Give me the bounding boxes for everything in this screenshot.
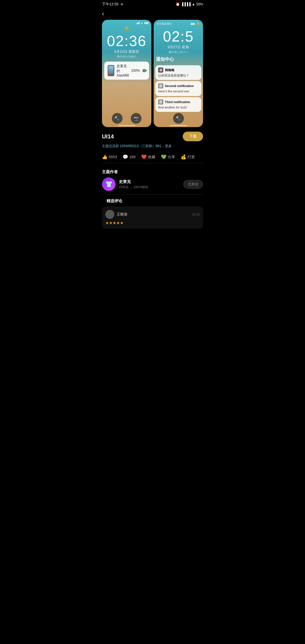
phone1-wifi-icon: ▲ (141, 21, 143, 24)
screenshots-row: ▲ ▮▮▮ 🔓 02:36 9月24日 星期四 庚子年八月初八 史莱克的Xiao… (97, 20, 208, 127)
notif2-body: Here's the second one (158, 89, 199, 93)
reward-label: 打赏 (188, 155, 195, 160)
author-info: 史莱克 22作品 ｜ 12674粉丝 (119, 179, 180, 189)
battery-display: 56% (196, 2, 203, 6)
like-icon: 👍 (102, 154, 108, 160)
notif3-body: And another for luck! (158, 105, 199, 110)
phone2-clock: 02:5 9月27日 星期 庚子年八月十一 (154, 26, 203, 55)
phone2-bottom: 🔦 (154, 113, 203, 124)
flashlight-icon-2: 🔦 (176, 116, 181, 121)
comment-icon: 💬 (123, 154, 128, 160)
reward-icon: 💰 (181, 154, 186, 160)
author-followers: 12674粉丝 (133, 185, 148, 189)
notif1-body: 以前英语老师是哪位？ (158, 73, 199, 78)
comment-time-1: 10:10 (192, 213, 200, 216)
share-action[interactable]: 💚 分享 (161, 154, 175, 160)
signal-icon: ▐▐▐▐ (181, 2, 191, 6)
share-label: 分享 (168, 155, 175, 160)
app-title-row: UI14 下载 (102, 132, 203, 141)
svg-rect-1 (159, 84, 162, 88)
collect-action[interactable]: ❤️ 收藏 (141, 154, 155, 160)
app-desc-more[interactable]: 更多 (165, 144, 172, 148)
notif1-icon: 🌸 (158, 68, 163, 73)
comment-stars-1: ★★★★★ (105, 221, 200, 225)
notif-card-1: 🌸 韩梅梅 以前英语老师是哪位？ (155, 65, 201, 80)
camera-icon-1: 📷 (134, 116, 139, 121)
notif2-icon (158, 83, 163, 88)
flashlight-button-1[interactable]: 🔦 (112, 113, 123, 124)
status-bar: 下午12:55 ✳ ⏰ ▐▐▐▐ ▲ 56% (97, 0, 208, 8)
comments-section: 精选评论 王晓奎 10:10 ★★★★★ (97, 195, 208, 229)
app-description: 主题交流群 1054065313（三群新）981... 更多 (102, 143, 203, 149)
phone2-battery-icon: ▮▮▮ (191, 22, 195, 25)
comment-card-1: 王晓奎 10:10 ★★★★★ (102, 206, 203, 229)
svg-rect-3 (159, 100, 162, 104)
phone-screen-2: 仅可紧急通话 ▮▮▮ 🔓 02:5 9月27日 星期 庚子年八月十一 通知中心 … (154, 20, 203, 127)
author-section: 主题作者 👕 史莱克 22作品 ｜ 12674粉丝 已关注 (97, 166, 208, 194)
phone2-lock-icon: 🔓 (196, 22, 200, 26)
phone1-date: 9月24日 星期四 (102, 49, 151, 54)
notif-center-header: 通知中心 (154, 55, 203, 64)
device-name-1: 史莱克的XiaoMi8 (117, 64, 129, 77)
flashlight-icon-1: 🔦 (115, 116, 119, 121)
like-count: 5553 (109, 155, 117, 159)
author-section-label: 主题作者 (97, 166, 208, 177)
author-avatar: 👕 (102, 177, 116, 191)
home-indicator-2 (170, 125, 187, 126)
author-name: 史莱克 (119, 179, 180, 184)
phone2-date: 9月27日 星期 (154, 45, 203, 50)
author-meta-sep: ｜ (129, 185, 133, 189)
notif-card-3: Third notification And another for luck! (155, 97, 201, 112)
emergency-label: 仅可紧急通话 (156, 21, 172, 26)
follow-button[interactable]: 已关注 (183, 180, 203, 189)
flashlight-button-2[interactable]: 🔦 (173, 113, 184, 124)
back-bar: ‹ (97, 8, 208, 20)
comment-header-1: 王晓奎 10:10 (105, 210, 200, 219)
phone2-status: 仅可紧急通话 ▮▮▮ 🔓 (154, 20, 203, 26)
home-indicator-1 (118, 125, 135, 126)
charge-level-1: 100% (131, 69, 140, 73)
alarm-icon: ⏰ (176, 2, 180, 6)
app-info: UI14 下载 主题交流群 1054065313（三群新）981... 更多 👍… (97, 127, 208, 166)
phone1-bottom: 🔦 📷 (102, 113, 151, 124)
commenter-avatar-1 (105, 210, 114, 219)
phone1-status: ▲ ▮▮▮ (102, 20, 151, 25)
collect-label: 收藏 (148, 155, 155, 160)
phone1-battery-icon: ▮▮▮ (144, 21, 149, 24)
wifi-icon: ▲ (192, 2, 195, 6)
charge-card-1: 史莱克的XiaoMi8 100% (104, 62, 149, 80)
status-bar-left: 下午12:55 ✳ (102, 2, 123, 7)
phone1-lunar: 庚子年八月初八 (102, 55, 151, 59)
comment-action[interactable]: 💬 169 (123, 154, 136, 160)
phone2-lunar: 庚子年八月十一 (154, 50, 203, 54)
time-display: 下午12:55 (102, 2, 119, 7)
camera-button-1[interactable]: 📷 (131, 113, 141, 124)
back-button[interactable]: ‹ (102, 10, 104, 17)
download-button[interactable]: 下载 (183, 132, 203, 141)
lock-icon-1: 🔓 (124, 26, 130, 31)
action-row: 👍 5553 💬 169 ❤️ 收藏 💚 分享 💰 打赏 (102, 152, 203, 163)
comment-count: 169 (129, 155, 136, 159)
phone-screen-1: ▲ ▮▮▮ 🔓 02:36 9月24日 星期四 庚子年八月初八 史莱克的Xiao… (102, 20, 151, 127)
bottom-spacer (97, 229, 208, 237)
comments-section-label: 精选评论 (102, 195, 203, 206)
phone1-time: 02:36 (102, 34, 151, 48)
app-desc-text: 主题交流群 1054065313（三群新）981... (102, 144, 164, 148)
bluetooth-icon: ✳ (120, 2, 123, 6)
notif3-title: Third notification (165, 100, 190, 104)
status-bar-right: ⏰ ▐▐▐▐ ▲ 56% (176, 2, 203, 6)
like-action[interactable]: 👍 5553 (102, 154, 117, 160)
notif-card-2: Second notification Here's the second on… (155, 81, 201, 96)
collect-icon: ❤️ (141, 154, 147, 160)
reward-action[interactable]: 💰 打赏 (181, 154, 195, 160)
app-title: UI14 (102, 133, 114, 140)
battery-full-icon-1 (143, 69, 146, 72)
share-icon: 💚 (161, 154, 167, 160)
notif1-title: 韩梅梅 (165, 68, 174, 72)
commenter-name-1: 王晓奎 (117, 212, 128, 217)
author-works: 22作品 (119, 185, 128, 189)
phone2-time: 02:5 (154, 29, 203, 44)
author-meta: 22作品 ｜ 12674粉丝 (119, 185, 180, 189)
author-row: 👕 史莱克 22作品 ｜ 12674粉丝 已关注 (97, 177, 208, 194)
phone1-clock: 02:36 9月24日 星期四 庚子年八月初八 (102, 31, 151, 60)
